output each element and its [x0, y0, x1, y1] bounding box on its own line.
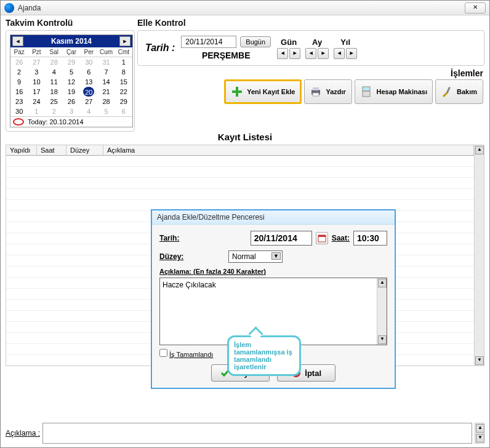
dialog-time-input[interactable] — [353, 231, 387, 246]
weekday-label: PERŞEMBE — [202, 50, 251, 60]
calendar-day-cell[interactable]: 3 — [63, 106, 80, 116]
scroll-up-button[interactable]: ▲ — [475, 146, 484, 154]
calendar-day-cell[interactable]: 4 — [46, 67, 63, 77]
calendar-day-cell[interactable]: 24 — [28, 97, 45, 106]
calendar-day-cell[interactable]: 27 — [28, 57, 45, 67]
calendar-day-cell[interactable]: 5 — [63, 67, 80, 77]
col-time[interactable]: Saat — [37, 145, 66, 155]
day-prev-button[interactable]: ◄ — [277, 48, 288, 59]
calendar-day-cell[interactable]: 16 — [10, 87, 28, 97]
list-scrollbar[interactable]: ▲ ▼ — [474, 145, 484, 366]
calendar-prev-button[interactable]: ◄ — [12, 36, 23, 46]
calendar-day-cell[interactable]: 29 — [63, 57, 80, 67]
calendar-day-cell[interactable]: 25 — [46, 97, 63, 106]
calendar-picker-button[interactable] — [316, 232, 328, 244]
maintenance-button[interactable]: Bakım — [435, 79, 483, 104]
calendar-day-cell[interactable]: 6 — [115, 106, 132, 116]
calendar-day-cell[interactable]: 30 — [80, 57, 97, 67]
calendar-day-cell[interactable]: 22 — [115, 87, 132, 97]
textarea-scroll-down[interactable]: ▼ — [378, 335, 387, 344]
calendar-day-cell[interactable]: 4 — [80, 106, 97, 116]
calendar-day-cell[interactable]: 27 — [80, 97, 97, 106]
dialog-date-label: Tarih: — [159, 234, 203, 242]
calendar-day-cell[interactable]: 13 — [80, 77, 97, 87]
calendar-day-cell[interactable]: 23 — [10, 97, 28, 106]
calendar-day-header: Cum — [97, 47, 114, 57]
operations-label: İşlemler — [137, 68, 483, 78]
year-next-button[interactable]: ► — [346, 48, 357, 59]
calendar-day-cell[interactable]: 3 — [28, 67, 45, 77]
scroll-down-button[interactable]: ▼ — [475, 356, 484, 365]
maintenance-label: Bakım — [457, 88, 477, 95]
calendar-icon — [318, 234, 326, 242]
calendar-day-cell[interactable]: 19 — [63, 87, 80, 97]
calendar: ◄ Kasım 2014 ► PazPztSalÇarPerCumCmt 262… — [10, 34, 133, 127]
new-record-label: Yeni Kayıt Ekle — [247, 88, 295, 95]
col-done[interactable]: Yapıldı — [6, 145, 37, 155]
dialog-level-select[interactable]: Normal — [228, 250, 283, 263]
calendar-day-cell[interactable]: 26 — [63, 97, 80, 106]
calendar-day-cell[interactable]: 2 — [10, 67, 28, 77]
record-list-title: Kayıt Listesi — [6, 132, 484, 142]
calendar-day-cell[interactable]: 29 — [115, 97, 132, 106]
calendar-day-cell[interactable]: 20 — [83, 87, 94, 97]
calendar-day-cell[interactable]: 31 — [97, 57, 114, 67]
window-close-button[interactable]: ✕ — [465, 2, 486, 14]
calendar-day-cell[interactable]: 17 — [28, 87, 45, 97]
print-button[interactable]: Yazdır — [304, 79, 352, 104]
calendar-day-header: Cmt — [115, 47, 132, 57]
footer-scrollbar[interactable]: ▲ ▼ — [475, 423, 484, 444]
month-next-button[interactable]: ► — [318, 48, 329, 59]
calendar-next-button[interactable]: ► — [119, 36, 131, 46]
textarea-scrollbar[interactable]: ▲ ▼ — [377, 278, 387, 345]
calendar-day-cell[interactable]: 7 — [97, 67, 114, 77]
calendar-day-cell[interactable]: 1 — [115, 57, 132, 67]
task-completed-label[interactable]: İş Tamamlandı — [169, 351, 213, 358]
calendar-day-cell[interactable]: 9 — [10, 77, 28, 87]
app-icon — [4, 3, 14, 13]
day-next-button[interactable]: ► — [289, 48, 300, 59]
calendar-day-cell[interactable]: 26 — [10, 57, 28, 67]
calendar-day-cell[interactable]: 12 — [63, 77, 80, 87]
add-edit-dialog: Ajanda Ekle/Düzeltme Penceresi Tarih: Sa… — [151, 209, 396, 389]
month-prev-button[interactable]: ◄ — [305, 48, 316, 59]
list-column-headers: Yapıldı Saat Düzey Açıklama — [6, 145, 474, 156]
calendar-day-cell[interactable]: 14 — [97, 77, 114, 87]
dialog-description-textarea[interactable] — [160, 278, 377, 345]
year-stepper-label: Yıl — [340, 38, 350, 47]
dialog-date-input[interactable] — [251, 231, 312, 246]
calendar-day-cell[interactable]: 6 — [80, 67, 97, 77]
calendar-day-cell[interactable]: 18 — [46, 87, 63, 97]
calendar-day-cell[interactable]: 5 — [97, 106, 114, 116]
calendar-day-cell[interactable]: 28 — [46, 57, 63, 67]
svg-rect-4 — [313, 93, 319, 96]
textarea-scroll-up[interactable]: ▲ — [378, 279, 387, 287]
year-prev-button[interactable]: ◄ — [334, 48, 345, 59]
print-label: Yazdır — [326, 88, 345, 95]
today-button[interactable]: Bugün — [240, 36, 271, 47]
calendar-day-cell[interactable]: 1 — [28, 106, 45, 116]
calendar-day-cell[interactable]: 21 — [97, 87, 114, 97]
calendar-day-cell[interactable]: 30 — [10, 106, 28, 116]
footer-scroll-up[interactable]: ▲ — [476, 424, 484, 433]
calendar-day-header: Paz — [10, 47, 28, 57]
calendar-day-cell[interactable]: 8 — [115, 67, 132, 77]
footer-description-input[interactable] — [42, 423, 472, 444]
col-level[interactable]: Düzey — [66, 145, 103, 155]
calendar-month-label[interactable]: Kasım 2014 — [23, 37, 119, 46]
col-desc[interactable]: Açıklama — [103, 145, 474, 155]
calendar-day-cell[interactable]: 11 — [46, 77, 63, 87]
calculator-label: Hesap Makinası — [376, 88, 427, 95]
calendar-day-cell[interactable]: 10 — [28, 77, 45, 87]
dialog-description-label: Açıklama: (En fazla 240 Karakter) — [159, 268, 387, 275]
task-completed-checkbox[interactable] — [159, 349, 167, 357]
calendar-today-label[interactable]: Today: 20.10.2014 — [28, 118, 84, 126]
calculator-button[interactable]: Hesap Makinası — [355, 79, 433, 104]
calendar-day-cell[interactable]: 2 — [46, 106, 63, 116]
calendar-day-cell[interactable]: 15 — [115, 77, 132, 87]
new-record-button[interactable]: Yeni Kayıt Ekle — [224, 79, 302, 104]
dialog-level-value: Normal — [232, 252, 256, 261]
footer-scroll-down[interactable]: ▼ — [476, 434, 484, 442]
date-input[interactable] — [181, 36, 236, 48]
calendar-day-cell[interactable]: 28 — [97, 97, 114, 106]
